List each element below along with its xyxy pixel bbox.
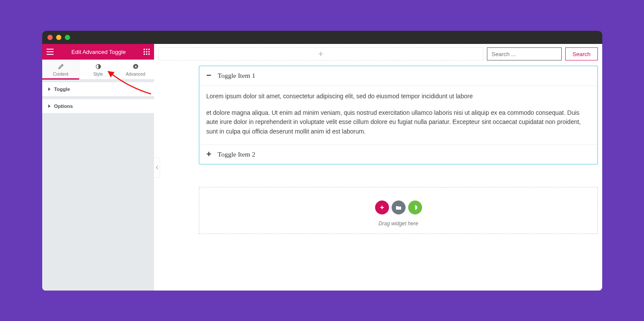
add-block-button[interactable] [408,201,422,214]
toggle-title: Toggle Item 2 [218,150,255,158]
svg-rect-2 [148,49,150,50]
leaf-icon [413,205,418,210]
pencil-icon [42,64,79,70]
window-titlebar [42,31,602,44]
svg-rect-6 [144,54,145,55]
svg-rect-1 [146,49,148,50]
drag-hint-text: Drag widget here [204,221,593,227]
style-icon [80,64,117,70]
toggle-item-1-header[interactable]: Toggle Item 1 [199,66,597,86]
caret-right-icon [48,104,50,108]
tab-label: Style [93,72,103,77]
tab-style[interactable]: Style [80,60,117,79]
search-button[interactable]: Search [565,47,598,60]
minus-icon [206,71,211,80]
menu-icon[interactable] [47,49,54,55]
add-section-button[interactable] [158,47,483,60]
svg-rect-5 [148,51,150,53]
window-maximize-button[interactable] [65,35,70,40]
widget-drop-zone[interactable]: Drag widget here [199,187,598,234]
drop-zone-actions [204,201,593,214]
section-toggle[interactable]: Toggle [42,82,154,97]
plus-icon [318,51,323,57]
svg-rect-4 [146,51,148,53]
canvas-topbar: Search [158,47,598,60]
tab-content[interactable]: Content [42,60,80,79]
sidebar-tabs: Content Style Advanced [42,60,154,80]
editor-sidebar: Edit Advanced Toggle Content [42,44,154,291]
svg-rect-7 [146,54,148,55]
toggle-paragraph: Lorem ipsum dolor sit amet, consectetur … [206,92,590,101]
gear-icon [117,64,154,70]
advanced-toggle-widget[interactable]: Toggle Item 1 Lorem ipsum dolor sit amet… [199,66,598,164]
sidebar-title: Edit Advanced Toggle [54,49,144,55]
widgets-grid-icon[interactable] [144,49,150,55]
canvas: Search Toggle Item 1 Lorem ipsum dolor s… [154,44,602,291]
toggle-title: Toggle Item 1 [218,72,255,80]
folder-icon [396,205,402,210]
app-window: Edit Advanced Toggle Content [42,31,602,291]
toggle-item-2-header[interactable]: Toggle Item 2 [199,145,597,164]
section-label: Options [54,104,73,109]
window-close-button[interactable] [47,35,53,40]
sidebar-header: Edit Advanced Toggle [42,44,154,60]
svg-rect-3 [144,51,145,53]
toggle-paragraph: et dolore magna aliqua. Ut enim ad minim… [206,108,590,137]
plus-icon [206,150,211,159]
add-widget-button[interactable] [375,201,389,214]
toggle-item-1-content: Lorem ipsum dolor sit amet, consectetur … [199,86,597,145]
tab-label: Content [53,72,68,77]
svg-rect-0 [144,49,145,50]
section-options[interactable]: Options [42,99,154,114]
add-template-button[interactable] [392,201,406,214]
caret-right-icon [48,87,50,91]
plus-icon [379,205,385,210]
tab-label: Advanced [126,72,145,77]
section-label: Toggle [54,87,70,92]
tab-advanced[interactable]: Advanced [117,60,154,79]
search-input[interactable] [487,47,562,60]
window-minimize-button[interactable] [56,35,61,40]
svg-rect-8 [148,54,150,55]
